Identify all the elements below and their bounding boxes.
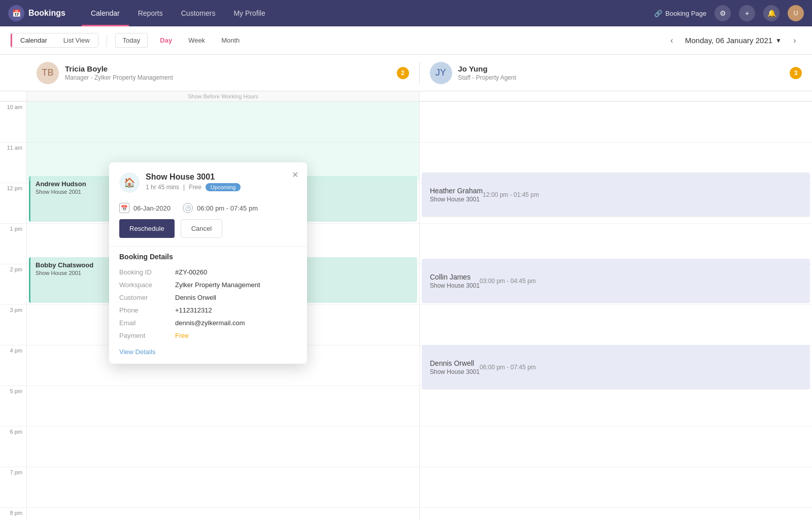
detail-phone: Phone +112312312 [109,304,307,317]
popup-date: 06-Jan-2020 [133,204,171,212]
week-button[interactable]: Week [184,34,209,46]
time-slot: 1 pm [0,223,26,264]
toolbar: Calendar List View Today Day Week Month … [0,26,812,55]
meta-separator: | [183,184,185,191]
app-logo[interactable]: 📅 Bookings [8,5,65,21]
jo-info: Jo Yung Staff - Property Agent [458,64,784,81]
month-button[interactable]: Month [217,34,244,46]
nav-customers[interactable]: Customers [172,0,225,26]
appointment-heather[interactable]: Heather Graham Show House 3001 12:00 pm … [422,172,810,217]
popup-divider [109,246,307,247]
jo-role: Staff - Property Agent [458,74,784,81]
booking-details-title: Booking Details [109,253,307,266]
detail-payment: Payment Free [109,329,307,342]
time-slot: 3 pm [0,304,26,345]
dennis-service: Show House 3001 [430,368,480,375]
dennis-time: 06:00 pm - 07:45 pm [480,364,536,371]
appointment-collin[interactable]: Collin James Show House 3001 03:00 pm - … [422,259,810,303]
tricia-role: Manager - Zylker Property Management [65,74,391,81]
time-column: 10 am 11 am 12 pm 1 pm 2 pm 3 pm 4 pm 5 … [0,91,26,521]
email-label: Email [119,319,175,327]
chevron-down-icon[interactable]: ▼ [775,37,782,44]
customer-label: Customer [119,294,175,301]
view-tabs: Calendar List View [10,33,98,48]
detail-booking-id: Booking ID #ZY-00260 [109,266,307,279]
heather-time: 12:00 pm - 01:45 pm [483,191,539,198]
clock-icon: 🕐 [183,203,193,213]
day-button[interactable]: Day [156,34,176,46]
jo-name: Jo Yung [458,64,784,73]
jo-avatar: JY [430,62,452,84]
popup-header: 🏠 Show House 3001 1 hr 45 mins | Free Up… [109,162,307,199]
email-value: dennis@zylkermail.com [175,319,245,327]
popup-actions: Reschedule Cancel [109,219,307,246]
upcoming-badge: Upcoming [206,183,241,191]
tricia-info: Tricia Boyle Manager - Zylker Property M… [65,64,391,81]
detail-email: Email dennis@zylkermail.com [109,317,307,329]
nav-calendar[interactable]: Calendar [82,0,129,26]
current-date: Monday, 06 January 2021 ▼ [685,36,782,45]
top-nav: 📅 Bookings Calendar Reports Customers My… [0,0,812,26]
booking-id-label: Booking ID [119,268,175,276]
tricia-badge: 2 [397,67,409,79]
phone-value: +112312312 [175,306,212,314]
app-name: Bookings [28,9,65,18]
booking-id-value: #ZY-00260 [175,268,207,276]
booking-popup: 🏠 Show House 3001 1 hr 45 mins | Free Up… [109,162,307,364]
notifications-button[interactable]: 🔔 [763,5,780,21]
phone-label: Phone [119,306,175,314]
view-details-link[interactable]: View Details [109,342,307,364]
time-slot: 11 am [0,142,26,183]
time-slot: 6 pm [0,426,26,467]
prev-date-button[interactable]: ‹ [665,33,679,48]
popup-date-row: 📅 06-Jan-2020 🕐 06:00 pm - 07:45 pm [109,199,307,219]
popup-date-item: 📅 06-Jan-2020 [119,203,171,213]
jo-badge: 3 [790,67,802,79]
staff-col-jo: JY Jo Yung Staff - Property Agent 3 [419,62,813,84]
nav-profile[interactable]: My Profile [224,0,274,26]
calendar-icon: 📅 [119,203,129,213]
time-slot: 7 pm [0,467,26,507]
tab-calendar[interactable]: Calendar [11,33,55,47]
next-date-button[interactable]: › [788,33,802,48]
link-icon: 🔗 [654,10,662,17]
time-slot: 2 pm [0,264,26,304]
collin-time: 03:00 pm - 04:45 pm [480,277,536,285]
toolbar-separator [107,34,107,47]
popup-service-name: Show House 3001 [146,172,241,182]
service-icon: 🏠 [119,172,140,193]
time-slot: 5 pm [0,386,26,426]
collin-name: Collin James [430,273,480,281]
tricia-avatar: TB [37,62,59,84]
detail-workspace: Workspace Zylker Property Management [109,279,307,291]
add-button[interactable]: + [739,5,755,21]
booking-page-label: Booking Page [665,10,706,17]
popup-time: 06:00 pm - 07:45 pm [197,204,258,212]
user-avatar[interactable]: U [788,5,804,21]
appointment-dennis[interactable]: Dennis Orwell Show House 3001 06:00 pm -… [422,345,810,390]
staff-header: TB Tricia Boyle Manager - Zylker Propert… [0,55,812,91]
popup-time-item: 🕐 06:00 pm - 07:45 pm [183,203,258,213]
booking-page-button[interactable]: 🔗 Booking Page [654,10,706,17]
nav-reports[interactable]: Reports [129,0,172,26]
reschedule-button[interactable]: Reschedule [119,219,175,238]
popup-meta: 1 hr 45 mins | Free Upcoming [146,183,241,191]
nav-links: Calendar Reports Customers My Profile [82,0,654,26]
workspace-label: Workspace [119,281,175,289]
popup-title-area: Show House 3001 1 hr 45 mins | Free Upco… [146,172,241,191]
cancel-button[interactable]: Cancel [181,219,222,238]
tricia-name: Tricia Boyle [65,64,391,73]
jo-calendar-col: Heather Graham Show House 3001 12:00 pm … [419,91,812,521]
workspace-value: Zylker Property Management [175,281,260,289]
show-before-working-hours[interactable]: Show Before Working Hours [27,91,419,101]
today-button[interactable]: Today [115,33,148,48]
settings-button[interactable]: ⚙ [715,5,731,21]
popup-close-button[interactable]: ✕ [289,168,301,181]
time-slot: 4 pm [0,345,26,386]
time-slot: 10 am [0,101,26,142]
logo-icon: 📅 [8,5,24,21]
staff-col-tricia: TB Tricia Boyle Manager - Zylker Propert… [26,62,419,84]
popup-price: Free [189,184,201,191]
tab-listview[interactable]: List View [55,33,98,47]
popup-duration: 1 hr 45 mins [146,184,179,191]
